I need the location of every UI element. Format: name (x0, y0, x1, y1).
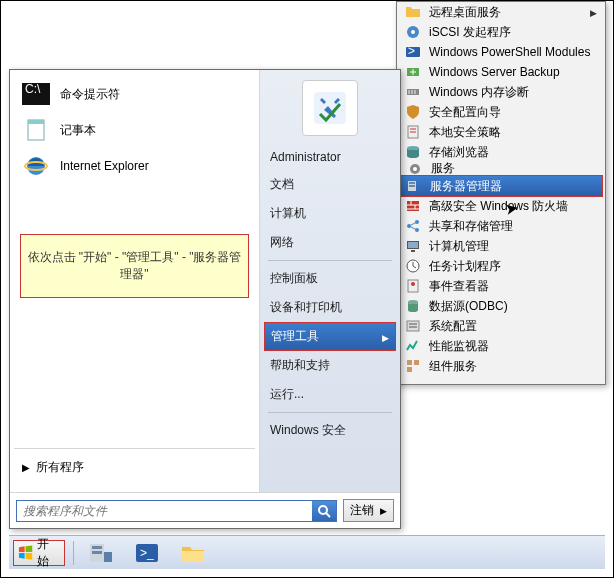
taskbar-separator (73, 541, 74, 565)
submenu-item-computer-mgmt[interactable]: 计算机管理 (397, 236, 605, 256)
search-box[interactable] (16, 500, 337, 522)
submenu-item-task-scheduler[interactable]: 任务计划程序 (397, 256, 605, 276)
taskbar-powershell[interactable]: >_ (128, 539, 166, 567)
msconfig-icon (405, 318, 421, 334)
notepad-icon (22, 118, 50, 142)
svg-rect-40 (92, 546, 102, 549)
submenu-item-local-security[interactable]: 本地安全策略 (397, 122, 605, 142)
chevron-right-icon: ▶ (380, 506, 387, 516)
svg-rect-30 (407, 367, 412, 372)
submenu-item-iscsi[interactable]: iSCSI 发起程序 (397, 22, 605, 42)
taskbar-server-manager[interactable] (82, 539, 120, 567)
submenu-label: 高级安全 Windows 防火墙 (429, 198, 568, 215)
pinned-notepad[interactable]: 记事本 (14, 112, 255, 148)
svg-rect-42 (104, 552, 112, 562)
user-picture[interactable] (302, 80, 358, 136)
submenu-label: iSCSI 发起程序 (429, 24, 511, 41)
svg-point-12 (413, 167, 417, 171)
logoff-button[interactable]: 注销 ▶ (343, 499, 394, 522)
gear-icon (407, 162, 423, 176)
submenu-item-powershell-modules[interactable]: >_ Windows PowerShell Modules (397, 42, 605, 62)
chevron-right-icon: ▶ (22, 462, 30, 473)
admin-tools-submenu: 远程桌面服务 iSCSI 发起程序 >_ Windows PowerShell … (396, 1, 606, 385)
folder-icon (405, 4, 421, 20)
admin-tools-label: 管理工具 (271, 328, 319, 345)
start-button[interactable]: 开始 (13, 540, 65, 566)
admin-tools[interactable]: 管理工具 (264, 322, 396, 351)
submenu-item-firewall[interactable]: 高级安全 Windows 防火墙 (397, 196, 605, 216)
taskbar-explorer[interactable] (174, 539, 212, 567)
network[interactable]: 网络 (260, 228, 400, 257)
database-icon (405, 298, 421, 314)
pinned-label: 命令提示符 (60, 86, 120, 103)
run[interactable]: 运行... (260, 380, 400, 409)
submenu-item-component-services[interactable]: 组件服务 (397, 356, 605, 376)
all-programs[interactable]: ▶ 所有程序 (14, 448, 255, 486)
control-panel[interactable]: 控制面板 (260, 264, 400, 293)
server-manager-icon (406, 178, 422, 194)
submenu-item-services-cut[interactable]: 服务 (399, 162, 603, 176)
submenu-label: 性能监视器 (429, 338, 489, 355)
search-input[interactable] (17, 501, 312, 521)
svg-rect-8 (414, 90, 416, 94)
svg-point-25 (411, 282, 415, 286)
submenu-item-remote-desktop[interactable]: 远程桌面服务 (397, 2, 605, 22)
component-icon (405, 358, 421, 374)
computer[interactable]: 计算机 (260, 199, 400, 228)
svg-rect-45 (182, 551, 204, 561)
submenu-label: 数据源(ODBC) (429, 298, 508, 315)
start-menu-bottom: 注销 ▶ (10, 492, 400, 528)
submenu-label: 本地安全策略 (429, 124, 501, 141)
svg-point-1 (411, 30, 415, 34)
computer-icon (405, 238, 421, 254)
submenu-item-odbc[interactable]: 数据源(ODBC) (397, 296, 605, 316)
powershell-icon: >_ (134, 542, 160, 564)
pinned-cmd[interactable]: C:\ 命令提示符 (14, 76, 255, 112)
svg-rect-15 (409, 185, 415, 187)
submenu-label: Windows Server Backup (429, 65, 560, 79)
submenu-label: 任务计划程序 (429, 258, 501, 275)
firewall-icon (405, 198, 421, 214)
clock-icon (405, 258, 421, 274)
ie-icon (22, 154, 50, 178)
svg-text:>_: >_ (408, 44, 421, 58)
shield-wizard-icon (405, 104, 421, 120)
chart-icon (405, 338, 421, 354)
submenu-item-server-backup[interactable]: Windows Server Backup (397, 62, 605, 82)
svg-rect-41 (92, 551, 102, 554)
submenu-label: 远程桌面服务 (429, 4, 501, 21)
search-button[interactable] (312, 501, 336, 521)
submenu-label: 安全配置向导 (429, 104, 501, 121)
svg-rect-6 (408, 90, 410, 94)
svg-text:>_: >_ (140, 546, 154, 560)
submenu-label: 存储浏览器 (429, 144, 489, 161)
svg-text:C:\: C:\ (25, 83, 41, 96)
instruction-callout: 依次点击 "开始" - "管理工具" - "服务器管理器" (20, 234, 249, 298)
submenu-item-event-viewer[interactable]: 事件查看器 (397, 276, 605, 296)
windows-security[interactable]: Windows 安全 (260, 416, 400, 445)
svg-rect-34 (28, 120, 44, 124)
backup-icon (405, 64, 421, 80)
submenu-item-security-config[interactable]: 安全配置向导 (397, 102, 605, 122)
devices-printers[interactable]: 设备和打印机 (260, 293, 400, 322)
submenu-item-storage-explorer[interactable]: 存储浏览器 (397, 142, 605, 162)
logoff-label: 注销 (350, 502, 374, 519)
submenu-label: 服务器管理器 (430, 178, 502, 195)
policy-icon (405, 124, 421, 140)
submenu-item-share-storage[interactable]: 共享和存储管理 (397, 216, 605, 236)
svg-rect-28 (407, 360, 412, 365)
pinned-ie[interactable]: Internet Explorer (14, 148, 255, 184)
server-manager-icon (88, 542, 114, 564)
svg-rect-27 (407, 321, 419, 331)
storage-icon (405, 144, 421, 160)
all-programs-label: 所有程序 (36, 459, 84, 476)
user-name[interactable]: Administrator (260, 144, 400, 170)
help-support[interactable]: 帮助和支持 (260, 351, 400, 380)
start-menu: C:\ 命令提示符 记事本 Internet Explorer 依次点击 "开始… (9, 69, 401, 529)
submenu-item-system-config[interactable]: 系统配置 (397, 316, 605, 336)
separator (268, 260, 392, 261)
documents[interactable]: 文档 (260, 170, 400, 199)
submenu-item-server-manager[interactable]: 服务器管理器 (399, 175, 603, 197)
submenu-item-perfmon[interactable]: 性能监视器 (397, 336, 605, 356)
submenu-item-memory-diag[interactable]: Windows 内存诊断 (397, 82, 605, 102)
